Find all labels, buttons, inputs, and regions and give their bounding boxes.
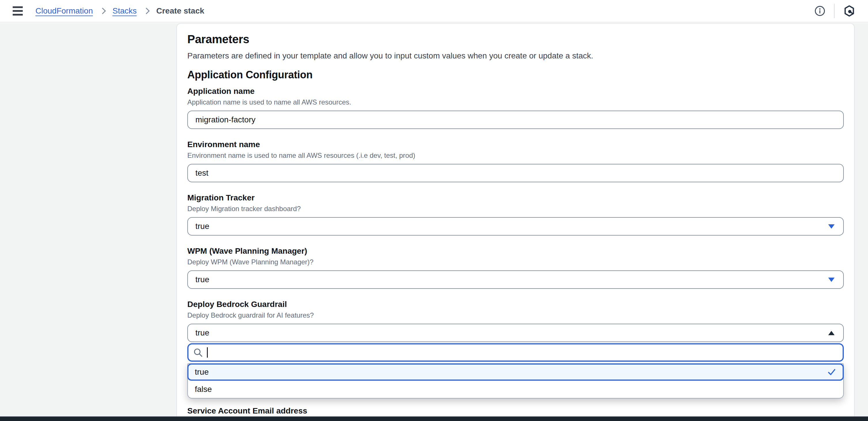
- page-description: Parameters are defined in your template …: [187, 51, 844, 61]
- caret-down-icon: [828, 224, 835, 229]
- field-label: WPM (Wave Planning Manager): [187, 246, 844, 257]
- bedrock-guardrail-select[interactable]: true: [187, 324, 844, 342]
- environment-name-input[interactable]: [187, 164, 844, 182]
- dropdown-search-input[interactable]: [187, 343, 844, 362]
- field-label: Environment name: [187, 139, 844, 150]
- field-description: Deploy Migration tracker dashboard?: [187, 204, 844, 214]
- select-value: true: [195, 328, 209, 337]
- breadcrumb: CloudFormation Stacks Create stack: [35, 6, 814, 15]
- migration-tracker-field: Migration Tracker Deploy Migration track…: [187, 192, 844, 235]
- breadcrumb-current: Create stack: [156, 6, 204, 15]
- option-false[interactable]: false: [188, 381, 843, 398]
- select-value: true: [195, 275, 209, 284]
- caret-down-icon: [828, 278, 835, 282]
- application-name-field: Application name Application name is use…: [187, 86, 844, 129]
- assistant-hexagon-icon[interactable]: [843, 5, 855, 17]
- field-label: Application name: [187, 86, 844, 97]
- topbar-divider: [834, 4, 835, 18]
- menu-icon[interactable]: [13, 6, 23, 15]
- topbar-actions: [814, 4, 855, 18]
- field-label: Service Account Email address: [187, 406, 844, 416]
- checkmark-icon: [827, 367, 836, 377]
- option-true[interactable]: true: [187, 363, 844, 381]
- bottom-edge-bar: [0, 416, 868, 421]
- application-name-input[interactable]: [187, 110, 844, 129]
- option-label: true: [195, 367, 209, 377]
- chevron-right-icon: [99, 8, 106, 14]
- info-icon[interactable]: [814, 5, 825, 17]
- field-description: Deploy Bedrock guardrail for AI features…: [187, 311, 844, 320]
- bedrock-guardrail-dropdown: true false: [187, 343, 844, 398]
- breadcrumb-stacks[interactable]: Stacks: [113, 6, 136, 15]
- info-circle-glyph: [814, 5, 825, 17]
- top-navigation-bar: CloudFormation Stacks Create stack: [0, 0, 868, 23]
- field-description: Deploy WPM (Wave Planning Manager)?: [187, 257, 844, 267]
- section-title: Application Configuration: [187, 68, 844, 81]
- hexagon-dot-glyph: [843, 5, 855, 17]
- caret-up-icon: [828, 331, 835, 335]
- select-value: true: [195, 222, 209, 231]
- environment-name-field: Environment name Environment name is use…: [187, 139, 844, 182]
- page-title: Parameters: [187, 32, 844, 46]
- breadcrumb-cloudformation[interactable]: CloudFormation: [35, 6, 93, 15]
- chevron-right-icon: [143, 8, 150, 14]
- content-area: Parameters Parameters are defined in you…: [0, 23, 868, 421]
- cloudformation-create-stack-screen: CloudFormation Stacks Create stack: [0, 0, 868, 421]
- wpm-select[interactable]: true: [187, 270, 844, 289]
- field-label: Deploy Bedrock Guardrail: [187, 299, 844, 310]
- field-label: Migration Tracker: [187, 192, 844, 203]
- dropdown-options-list: true false: [187, 363, 844, 398]
- field-description: Environment name is used to name all AWS…: [187, 151, 844, 160]
- wpm-field: WPM (Wave Planning Manager) Deploy WPM (…: [187, 246, 844, 289]
- option-label: false: [195, 385, 212, 394]
- parameters-panel: Parameters Parameters are defined in you…: [176, 23, 855, 421]
- bedrock-guardrail-field: Deploy Bedrock Guardrail Deploy Bedrock …: [187, 299, 844, 398]
- text-cursor: [207, 347, 208, 358]
- migration-tracker-select[interactable]: true: [187, 217, 844, 235]
- search-icon: [193, 348, 203, 357]
- field-description: Application name is used to name all AWS…: [187, 97, 844, 107]
